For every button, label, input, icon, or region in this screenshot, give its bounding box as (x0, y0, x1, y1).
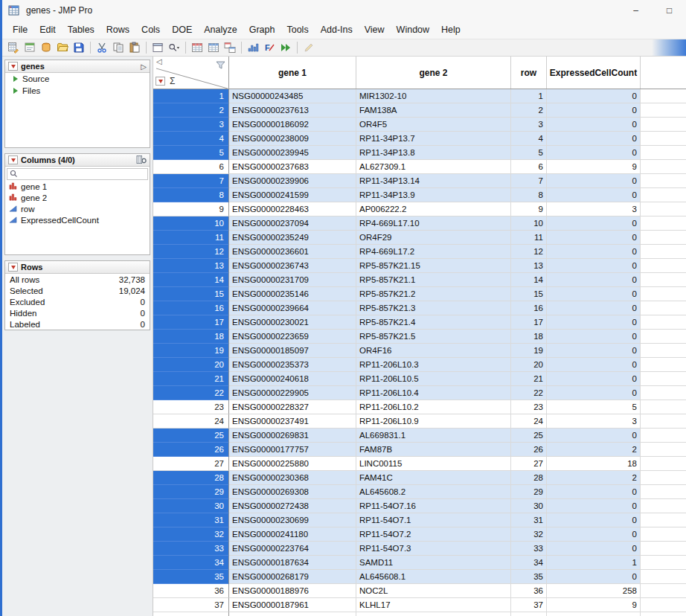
row-value-cell[interactable]: 14 (511, 273, 547, 287)
menu-item-tables[interactable]: Tables (62, 22, 100, 37)
row-value-cell[interactable]: 1 (511, 89, 547, 103)
gene2-cell[interactable]: OR4F5 (356, 118, 511, 132)
table-panel-item-source[interactable]: Source (5, 73, 150, 85)
menu-item-edit[interactable]: Edit (33, 22, 62, 37)
row-number-cell[interactable]: 16 (153, 301, 229, 315)
expressed-cell-count-cell[interactable]: 258 (547, 584, 641, 598)
gene1-cell[interactable]: ENSG00000187634 (229, 556, 356, 570)
row-number-cell[interactable]: 17 (153, 315, 229, 330)
expressed-cell-count-cell[interactable]: 1 (547, 556, 641, 570)
column-header-gene2[interactable]: gene 2 (356, 57, 511, 89)
row-number-cell[interactable]: 27 (153, 457, 229, 471)
expressed-cell-count-cell[interactable]: 0 (547, 527, 641, 542)
row-value-cell[interactable]: 20 (511, 358, 547, 372)
row-number-cell[interactable]: 20 (153, 358, 229, 372)
gene1-cell[interactable]: ENSG00000239906 (229, 174, 356, 188)
row-value-cell[interactable]: 33 (511, 542, 547, 556)
expressed-cell-count-cell[interactable] (547, 612, 641, 616)
row-number-cell[interactable]: 32 (153, 527, 229, 542)
gene2-cell[interactable]: RP11-54O7.16 (356, 499, 511, 513)
table-panel-item-files[interactable]: Files (5, 85, 150, 97)
gene2-cell[interactable]: PLEKHN1 (356, 612, 511, 616)
expressed-cell-count-cell[interactable]: 0 (547, 231, 641, 245)
gene1-cell[interactable]: ENSG00000237491 (229, 414, 356, 429)
gene2-cell[interactable]: NOC2L (356, 584, 511, 598)
table-red-triangle-menu-icon[interactable] (8, 62, 18, 71)
menu-item-file[interactable]: File (7, 22, 33, 37)
expressed-cell-count-cell[interactable]: 0 (547, 542, 641, 556)
gene2-cell[interactable]: RP5-857K21.3 (356, 301, 511, 315)
gene2-cell[interactable]: RP11-206L10.2 (356, 400, 511, 414)
row-value-cell[interactable]: 38 (511, 612, 547, 616)
row-value-cell[interactable]: 21 (511, 372, 547, 386)
row-value-cell[interactable]: 23 (511, 400, 547, 414)
expressed-cell-count-cell[interactable]: 0 (547, 216, 641, 231)
gene1-cell[interactable]: ENSG00000237683 (229, 160, 356, 174)
row-number-cell[interactable]: 21 (153, 372, 229, 386)
gene2-cell[interactable]: KLHL17 (356, 598, 511, 612)
row-number-cell[interactable]: 2 (153, 103, 229, 118)
menu-item-add-ins[interactable]: Add-Ins (315, 22, 359, 37)
column-header-row[interactable]: row (511, 57, 547, 89)
row-value-cell[interactable]: 15 (511, 287, 547, 301)
gene2-cell[interactable]: OR4F29 (356, 231, 511, 245)
row-value-cell[interactable]: 8 (511, 188, 547, 202)
row-value-cell[interactable]: 32 (511, 527, 547, 542)
gene2-cell[interactable]: AL669831.1 (356, 429, 511, 443)
row-number-cell[interactable]: 36 (153, 584, 229, 598)
gene2-cell[interactable]: AP006222.2 (356, 202, 511, 216)
row-number-cell[interactable]: 37 (153, 598, 229, 612)
gene1-cell[interactable]: ENSG00000239945 (229, 146, 356, 160)
gene1-cell[interactable]: ENSG00000235146 (229, 287, 356, 301)
expressed-cell-count-cell[interactable]: 0 (547, 330, 641, 344)
save-icon[interactable] (71, 40, 87, 55)
row-number-cell[interactable]: 26 (153, 443, 229, 457)
gene1-cell[interactable]: ENSG00000241180 (229, 527, 356, 542)
expressed-cell-count-cell[interactable]: 0 (547, 372, 641, 386)
expressed-cell-count-cell[interactable]: 0 (547, 315, 641, 330)
row-value-cell[interactable]: 17 (511, 315, 547, 330)
row-number-cell[interactable]: 25 (153, 429, 229, 443)
gene2-cell[interactable]: SAMD11 (356, 556, 511, 570)
journal-window-icon[interactable] (150, 40, 166, 55)
gene2-cell[interactable]: OR4F16 (356, 344, 511, 358)
gene2-cell[interactable]: AL627309.1 (356, 160, 511, 174)
distribution-icon[interactable] (245, 40, 261, 55)
gene2-cell[interactable]: RP11-54O7.1 (356, 513, 511, 527)
gene1-cell[interactable]: ENSG00000228327 (229, 400, 356, 414)
row-number-cell[interactable]: 24 (153, 414, 229, 429)
row-value-cell[interactable]: 7 (511, 174, 547, 188)
expressed-cell-count-cell[interactable]: 0 (547, 513, 641, 527)
row-value-cell[interactable]: 3 (511, 118, 547, 132)
expressed-cell-count-cell[interactable]: 0 (547, 89, 641, 103)
gene2-cell[interactable]: RP4-669L17.10 (356, 216, 511, 231)
row-value-cell[interactable]: 37 (511, 598, 547, 612)
expressed-cell-count-cell[interactable]: 0 (547, 301, 641, 315)
row-number-cell[interactable]: 34 (153, 556, 229, 570)
row-number-cell[interactable]: 5 (153, 146, 229, 160)
row-value-cell[interactable]: 9 (511, 202, 547, 216)
gene2-cell[interactable]: FAM41C (356, 471, 511, 485)
expressed-cell-count-cell[interactable]: 0 (547, 174, 641, 188)
row-number-cell[interactable]: 11 (153, 231, 229, 245)
row-value-cell[interactable]: 11 (511, 231, 547, 245)
gene1-cell[interactable]: ENSG00000186092 (229, 118, 356, 132)
gene1-cell[interactable]: ENSG00000241599 (229, 188, 356, 202)
gene1-cell[interactable]: ENSG00000230021 (229, 315, 356, 330)
gene2-cell[interactable]: RP11-34P13.9 (356, 188, 511, 202)
row-number-cell[interactable]: 3 (153, 118, 229, 132)
expressed-cell-count-cell[interactable]: 3 (547, 202, 641, 216)
row-value-cell[interactable]: 10 (511, 216, 547, 231)
expressed-cell-count-cell[interactable]: 0 (547, 273, 641, 287)
row-value-cell[interactable]: 31 (511, 513, 547, 527)
menu-item-cols[interactable]: Cols (135, 22, 166, 37)
row-value-cell[interactable]: 27 (511, 457, 547, 471)
gene2-cell[interactable]: AL645608.1 (356, 570, 511, 584)
gene1-cell[interactable]: ENSG00000223764 (229, 542, 356, 556)
row-number-cell[interactable]: 15 (153, 287, 229, 301)
gene1-cell[interactable]: ENSG00000225880 (229, 457, 356, 471)
row-value-cell[interactable]: 30 (511, 499, 547, 513)
row-number-cell[interactable]: 8 (153, 188, 229, 202)
rows-stat-hidden[interactable]: Hidden0 (5, 307, 150, 318)
expressed-cell-count-cell[interactable]: 0 (547, 358, 641, 372)
